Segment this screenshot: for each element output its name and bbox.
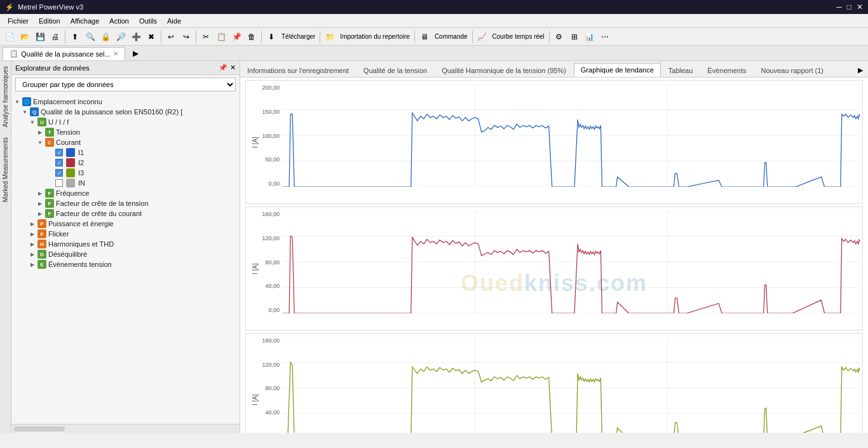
tree-i2[interactable]: ✓ I2 [14, 158, 237, 168]
toolbar-more[interactable]: ⋯ [598, 30, 612, 44]
freq-icon: F [45, 189, 54, 198]
toolbar-import-icon[interactable]: 📁 [323, 30, 337, 44]
toolbar-commande-icon[interactable]: 🖥 [417, 30, 431, 44]
menu-bar: Fichier Edition Affichage Action Outils … [0, 14, 868, 28]
tree-courant[interactable]: ▼ C Courant [14, 137, 237, 147]
deseq-expand: ▶ [29, 252, 36, 257]
toolbar-open[interactable]: 📂 [18, 30, 32, 44]
tree-harmoniques[interactable]: ▶ H Harmoniques et THD [14, 239, 237, 249]
courant-icon: C [45, 138, 54, 147]
tree-i3[interactable]: ✓ I3 [14, 168, 237, 178]
menu-fichier[interactable]: Fichier [3, 16, 34, 26]
toolbar-chart[interactable]: 📊 [583, 30, 597, 44]
app-title: Metrel PowerView v3 [18, 3, 83, 11]
in-label: IN [78, 179, 85, 187]
flicker-label: Flicker [48, 230, 69, 238]
tab-evenements[interactable]: Évènements [700, 64, 753, 77]
toolbar-delete[interactable]: 🗑 [245, 30, 259, 44]
menu-outils[interactable]: Outils [134, 16, 162, 26]
title-bar-controls[interactable]: ─ □ ✕ [836, 3, 863, 11]
toolbar-zoomin[interactable]: 🔎 [114, 30, 128, 44]
toolbar-redo[interactable]: ↪ [179, 30, 193, 44]
tab-qualite-harmonique[interactable]: Qualité Harmonique de la tension (95%) [435, 64, 573, 77]
toolbar-copy[interactable]: 📋 [214, 30, 228, 44]
tree-facteur-tension[interactable]: ▶ F Facteur de crête de la tension [14, 198, 237, 208]
tension-icon: T [45, 128, 54, 137]
toolbar-print[interactable]: 🖨 [48, 30, 62, 44]
menu-aide[interactable]: Aide [162, 16, 186, 26]
sidebar-close-icon[interactable]: ✕ [230, 64, 236, 72]
close-button[interactable]: ✕ [857, 3, 863, 11]
toolbar-undo[interactable]: ↩ [164, 30, 178, 44]
chart2-y5: 160,00 [262, 211, 280, 217]
tab-tableau[interactable]: Tableau [661, 64, 700, 77]
tension-label: Tension [56, 128, 80, 136]
toolbar-paste[interactable]: 📌 [229, 30, 243, 44]
uif-icon: U [37, 118, 46, 126]
toolbar-lock[interactable]: 🔒 [98, 30, 112, 44]
tree-tension[interactable]: ▶ T Tension [14, 127, 237, 137]
tree-flicker[interactable]: ▶ F Flicker [14, 229, 237, 239]
toolbar-courbe-label[interactable]: Courbe temps réel [491, 33, 546, 40]
toolbar-zoomout[interactable]: ➕ [129, 30, 143, 44]
toolbar-new[interactable]: 📄 [3, 30, 17, 44]
sidebar-scroll-thumb[interactable] [14, 426, 65, 431]
tab-informations[interactable]: Informations sur l'enregistrement [240, 64, 356, 77]
doc-tab-close[interactable]: ✕ [113, 50, 118, 57]
toolbar-grid[interactable]: ⊞ [567, 30, 581, 44]
sidebar-pin-icon[interactable]: 📌 [219, 64, 227, 72]
in-checkbox[interactable] [55, 179, 63, 187]
maximize-button[interactable]: □ [847, 3, 851, 11]
i3-checkbox[interactable]: ✓ [55, 169, 63, 177]
toolbar-commande-label[interactable]: Commande [433, 33, 470, 40]
chart3-svg [283, 337, 860, 433]
doc-tab-add[interactable]: ▶ [129, 46, 143, 60]
sidebar-header: Explorateur de données 📌 ✕ [11, 61, 240, 75]
toolbar-zoom[interactable]: 🔍 [83, 30, 97, 44]
tab-rapport[interactable]: Nouveau rapport (1) [754, 64, 831, 77]
chart1-y3: 100,00 [262, 133, 280, 139]
v-tab-marked[interactable]: Marked Measurements [0, 132, 11, 207]
chart1-y5: 200,00 [262, 85, 280, 91]
v-tab-analyse[interactable]: Analyse harmoniques [0, 61, 11, 132]
doc-tab-qualite[interactable]: 📋 Qualité de la puissance sel... ✕ [3, 47, 125, 60]
toolbar-cross[interactable]: ✖ [144, 30, 158, 44]
toolbar-import-label[interactable]: Importation du repertoire [338, 33, 412, 40]
minimize-button[interactable]: ─ [836, 3, 842, 11]
tree-i1[interactable]: ✓ I1 [14, 147, 237, 158]
sidebar-groupby-dropdown[interactable]: Grouper par type de données [15, 78, 236, 92]
tree-facteur-courant[interactable]: ▶ F Facteur de crête du courant [14, 208, 237, 219]
i2-label: I2 [78, 159, 84, 166]
chart3-ylabel: I [A] [252, 394, 259, 405]
harm-expand: ▶ [29, 241, 36, 247]
chart3-yaxis: 160,00 120,00 80,00 40,00 0,00 [259, 337, 281, 433]
toolbar-courbe-icon[interactable]: 📈 [475, 30, 489, 44]
tab-expand-btn[interactable]: ▶ [853, 64, 868, 77]
i1-checkbox[interactable]: ✓ [55, 149, 63, 156]
tree-evenements-tension[interactable]: ▶ E Évènements tension [14, 259, 237, 269]
tab-qualite-tension[interactable]: Qualité de la tension [356, 64, 434, 77]
toolbar-telecharger-icon[interactable]: ⬇ [264, 30, 278, 44]
sep8 [549, 31, 550, 43]
menu-action[interactable]: Action [104, 16, 134, 26]
toolbar-nav-up[interactable]: ⬆ [68, 30, 82, 44]
sidebar-scrollbar[interactable] [11, 424, 240, 433]
tab-graphique[interactable]: Graphique de tendance [574, 63, 661, 77]
tree-frequence[interactable]: ▶ F Fréquence [14, 188, 237, 198]
tree-desequilibre[interactable]: ▶ D Déséquilibré [14, 249, 237, 259]
tree-qualite[interactable]: ▼ Q Qualité de la puissance selon EN5016… [14, 107, 237, 117]
toolbar-cut[interactable]: ✂ [199, 30, 213, 44]
tree-in[interactable]: IN [14, 178, 237, 188]
tree-root[interactable]: ▼ 🌐 Emplacement inconnu [14, 97, 237, 107]
chart1-yaxis: 200,00 150,00 100,00 50,00 0,00 [259, 85, 281, 187]
toolbar-telecharger-label[interactable]: Télécharger [280, 33, 317, 40]
i2-checkbox[interactable]: ✓ [55, 159, 63, 166]
tree-puissance[interactable]: ▶ P Puissance et énergie [14, 219, 237, 229]
toolbar-settings[interactable]: ⚙ [552, 30, 566, 44]
menu-affichage[interactable]: Affichage [65, 16, 105, 26]
main-layout: Analyse harmoniques Marked Measurements … [0, 61, 868, 433]
menu-edition[interactable]: Edition [34, 16, 65, 26]
tree-uif[interactable]: ▼ U U / I / f [14, 117, 237, 127]
chart-i1: I [A] 200,00 150,00 100,00 50,00 0,00 [245, 80, 863, 204]
toolbar-save[interactable]: 💾 [33, 30, 47, 44]
